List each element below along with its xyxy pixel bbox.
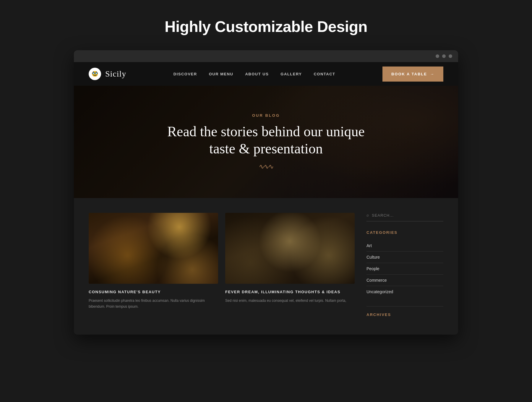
category-item-uncategorized[interactable]: Uncategorized bbox=[366, 286, 443, 297]
blog-card-2: FEVER DREAM, ILLUMINATING THOUGHTS & IDE… bbox=[225, 213, 355, 317]
nav-item-gallery[interactable]: GALLERY bbox=[280, 71, 302, 77]
table-food-image bbox=[225, 213, 355, 284]
hero-section: OUR BLOG Read the stories behind our uni… bbox=[74, 86, 458, 198]
navbar: 🥸 Sicily DISCOVER OUR MENU ABOUT US GALL… bbox=[74, 62, 458, 86]
sidebar: ⌕ CATEGORIES Art Culture People Commerce bbox=[366, 213, 443, 317]
nav-item-about-us[interactable]: ABOUT US bbox=[245, 71, 269, 77]
blog-posts: CONSUMING NATURE'S BEAUTY Praesent solli… bbox=[89, 213, 355, 317]
nav-item-discover[interactable]: DISCOVER bbox=[173, 71, 197, 77]
arrow-icon: → bbox=[430, 72, 434, 76]
logo-text: Sicily bbox=[105, 69, 126, 79]
browser-dot-2 bbox=[442, 54, 446, 58]
search-input[interactable] bbox=[372, 213, 443, 218]
blog-card-1-excerpt: Praesent sollicitudin pharetra leo finib… bbox=[89, 298, 218, 310]
browser-dot-3 bbox=[449, 54, 452, 58]
blog-card-1: CONSUMING NATURE'S BEAUTY Praesent solli… bbox=[89, 213, 218, 317]
category-item-art[interactable]: Art bbox=[366, 240, 443, 252]
nav-links: DISCOVER OUR MENU ABOUT US GALLERY CONTA… bbox=[173, 71, 335, 77]
hero-content: OUR BLOG Read the stories behind our uni… bbox=[163, 113, 369, 171]
category-item-culture[interactable]: Culture bbox=[366, 252, 443, 263]
blog-card-2-image bbox=[225, 213, 355, 284]
browser-chrome bbox=[74, 50, 458, 62]
hero-squiggle-decoration: ∿∿∿ bbox=[163, 163, 369, 171]
hero-label: OUR BLOG bbox=[163, 113, 369, 118]
blog-card-1-image bbox=[89, 213, 218, 284]
blog-card-2-excerpt: Sed nisi enim, malesuada eu consequat ve… bbox=[225, 298, 355, 304]
categories-list: Art Culture People Commerce Uncategorize… bbox=[366, 240, 443, 297]
categories-heading: CATEGORIES bbox=[366, 230, 443, 235]
sidebar-divider bbox=[366, 306, 443, 307]
nav-item-contact[interactable]: CONTACT bbox=[314, 71, 335, 77]
archives-heading: ARCHIVES bbox=[366, 312, 443, 317]
category-item-people[interactable]: People bbox=[366, 263, 443, 275]
woman-eating-image bbox=[89, 213, 218, 284]
book-table-button[interactable]: BOOK A TABLE → bbox=[382, 67, 443, 82]
logo-area: 🥸 Sicily bbox=[89, 68, 126, 80]
browser-window: 🥸 Sicily DISCOVER OUR MENU ABOUT US GALL… bbox=[74, 50, 458, 335]
blog-card-2-title[interactable]: FEVER DREAM, ILLUMINATING THOUGHTS & IDE… bbox=[225, 290, 355, 294]
search-icon: ⌕ bbox=[366, 213, 369, 218]
category-item-commerce[interactable]: Commerce bbox=[366, 275, 443, 286]
search-box[interactable]: ⌕ bbox=[366, 213, 443, 221]
page-heading: Highly Customizable Design bbox=[165, 18, 367, 35]
nav-item-our-menu[interactable]: OUR MENU bbox=[209, 71, 233, 77]
main-content: CONSUMING NATURE'S BEAUTY Praesent solli… bbox=[74, 198, 458, 335]
browser-dot-1 bbox=[436, 54, 439, 58]
blog-card-1-title[interactable]: CONSUMING NATURE'S BEAUTY bbox=[89, 290, 218, 294]
hero-title: Read the stories behind our unique taste… bbox=[163, 123, 369, 157]
logo-icon: 🥸 bbox=[89, 68, 101, 80]
